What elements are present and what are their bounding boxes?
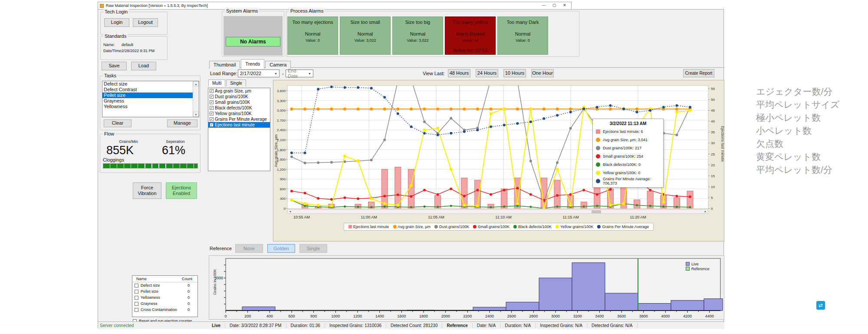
series-list-item[interactable]: Avg grain Size, µm [208,88,270,94]
legend-swatch [686,267,690,271]
tooltip-swatch [596,179,600,183]
reference-buttons: None Golden Single [235,244,327,253]
series-list-item[interactable]: Ejections last minute [208,122,270,128]
process-alarm-card: Size too small Normal Value: 3,022 [340,17,391,55]
view-last-button[interactable]: 48 Hours [448,69,470,77]
counter-checkbox[interactable] [135,302,138,306]
svg-text:1,500: 1,500 [277,158,286,162]
series-tab[interactable]: Single [226,79,246,86]
counter-row: Defect size 0 [132,282,197,288]
tooltip-label: Avg grain Size, µm: 3,041 [603,138,648,142]
main-area: Tech Login Login Logout Standards Name: … [98,9,724,328]
legend-swatch [434,225,438,228]
close-icon[interactable]: ✕ [559,2,570,9]
series-checkbox[interactable] [210,100,214,104]
start-date-combo[interactable]: 2/17/2022 ▼ [238,69,279,77]
scroll-left-icon[interactable]: ◄ [288,210,293,213]
reference-button[interactable]: None [235,244,263,253]
counter-checkbox[interactable] [135,308,138,312]
counter-rows: Defect size 0 Pellet size 0 Yellowness [132,282,197,313]
series-checkbox[interactable] [210,117,214,121]
counter-count: 0 [187,283,190,288]
svg-text:0: 0 [224,314,227,318]
reference-button[interactable]: Single [299,244,327,253]
save-button[interactable]: Save [102,62,127,70]
end-date-combo[interactable]: End Date ▼ [286,69,313,77]
legend-label: Black defects/100K [518,225,552,229]
ejections-enabled-button[interactable]: Ejections Enabled [166,182,197,199]
series-list-item[interactable]: Grains Per Minute Average [208,116,270,122]
logout-button[interactable]: Logout [133,18,158,27]
manage-button[interactable]: Manage [167,119,197,127]
tooltip-label: Dust grains/100K: 217 [603,146,641,150]
force-vibration-button[interactable]: Force Vibration [133,182,161,199]
create-report-button[interactable]: Create Report [683,69,714,77]
view-last-button[interactable]: 24 Hours [476,69,498,77]
minimize-icon[interactable]: — [539,2,549,9]
histogram-panel: Grains in 100K 0200400600800100012001400… [209,255,724,320]
tasks-scrollbar[interactable]: ▲ ▼ [193,81,199,117]
alarm-title: Too many Dark [498,20,548,25]
series-list-item[interactable]: Dust grains/100K [208,94,270,99]
task-list-item[interactable]: Defect Contrast [102,87,199,93]
series-list-item[interactable]: Black defects/100K [208,105,270,111]
load-button[interactable]: Load [131,62,156,70]
alarm-title: Size too big [393,20,443,25]
view-tab[interactable]: Trends [241,59,264,69]
counter-checkbox[interactable] [135,290,138,294]
alarm-state: Normal [498,31,548,36]
tooltip-label: Ejections last minute: 6 [603,129,643,134]
svg-text:2200: 2200 [463,314,472,318]
view-last-button[interactable]: 10 Hours [503,69,526,77]
annotation-line: 平均ペレットサイズ [756,98,839,111]
svg-text:30: 30 [711,141,715,145]
task-list-item[interactable]: Pellet size [102,93,199,98]
login-button[interactable]: Login [104,18,129,27]
counter-row: Pellet size 0 [132,288,197,294]
clear-button[interactable]: Clear [104,119,132,127]
series-list-item[interactable]: Small grains/100K [208,99,270,105]
task-list-item[interactable]: Yellowness [102,104,199,109]
scroll-down-icon[interactable]: ▼ [193,112,199,117]
standards-datetime-label: Date/Time: [103,49,122,53]
series-checkbox[interactable] [210,123,214,127]
svg-text:10: 10 [711,185,715,189]
trend-hscrollbar[interactable]: ◄ ► [287,209,708,214]
series-tabs: Multi Single [208,79,247,86]
scroll-up-icon[interactable]: ▲ [193,81,199,86]
remote-control-icon[interactable]: ⇄ [816,301,825,310]
scrollbar-thumb[interactable] [592,210,601,213]
legend-label: Yellow grains/100K [560,225,593,229]
legend-label: Dust grains/100K [439,225,469,229]
svg-text:5: 5 [711,196,713,200]
view-last-button[interactable]: One Hour [531,69,554,77]
counter-table-header: Name Count [132,276,197,282]
series-checkbox[interactable] [210,112,214,116]
view-tab[interactable]: Thumbnail [209,61,240,69]
chart-tooltip: 3/2/2022 11:13 AM Ejections last minute:… [592,119,664,188]
legend-label: Avg grain Size, µm [398,225,431,229]
svg-text:2800: 2800 [529,314,538,318]
view-tab[interactable]: Camera [265,61,291,69]
alarm-title: Size too small [340,20,390,25]
task-list-item[interactable]: Defect size [102,81,199,87]
series-label: Avg grain Size, µm [215,88,251,94]
counter-checkbox[interactable] [135,284,138,288]
series-checkbox[interactable] [210,89,214,93]
series-checkbox[interactable] [210,95,214,99]
standards-name-label: Name: [103,43,115,47]
series-checkbox[interactable] [210,106,214,110]
tasks-listbox[interactable]: ▲ ▼ Defect size Defect Contrast Pellet s… [102,81,199,117]
series-listbox[interactable]: Avg grain Size, µm Dust grains/100K Smal… [208,88,270,171]
reference-button[interactable]: Golden [267,244,295,253]
task-list-item[interactable]: Grayness [102,98,199,104]
scroll-right-icon[interactable]: ► [703,210,708,213]
series-tab[interactable]: Multi [208,79,225,86]
counter-checkbox[interactable] [135,296,138,300]
maximize-icon[interactable]: ▢ [549,2,559,9]
svg-text:600: 600 [288,314,295,318]
counter-row: Yellowness 0 [132,294,197,301]
series-list-item[interactable]: Yellow grains/100K [208,111,270,116]
view-last-label: View Last: [423,71,445,76]
svg-text:4000: 4000 [661,314,670,318]
